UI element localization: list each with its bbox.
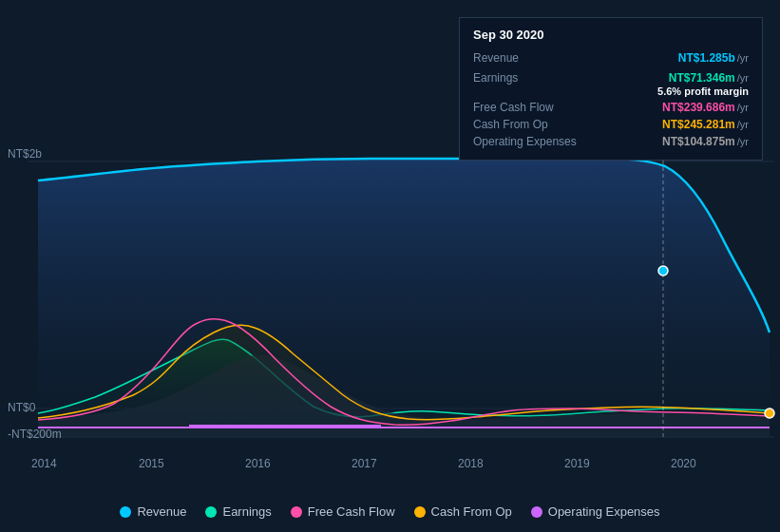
tooltip-opex-value: NT$104.875m/yr [662, 135, 749, 148]
legend: Revenue Earnings Free Cash Flow Cash Fro… [0, 504, 780, 519]
tooltip-profit-margin: 5.6% profit margin [657, 86, 749, 97]
x-label-2015: 2015 [139, 457, 164, 470]
y-label-top: NT$2b [8, 147, 42, 161]
tooltip-fcf-label: Free Cash Flow [473, 101, 554, 114]
legend-dot-revenue [120, 506, 131, 518]
tooltip-revenue-row: Revenue NT$1.285b/yr [473, 49, 749, 66]
legend-dot-opex [531, 506, 542, 518]
tooltip-opex-label: Operating Expenses [473, 135, 577, 148]
x-label-2017: 2017 [352, 457, 377, 470]
tooltip-fcf-row: Free Cash Flow NT$239.686m/yr [473, 99, 749, 116]
tooltip-revenue-label: Revenue [473, 51, 519, 65]
x-label-2019: 2019 [564, 457, 590, 470]
tooltip-date: Sep 30 2020 [473, 28, 749, 42]
svg-point-6 [658, 266, 668, 276]
tooltip-revenue-value: NT$1.285b/yr [678, 51, 749, 65]
x-label-2018: 2018 [458, 457, 484, 470]
legend-label-cashop: Cash From Op [431, 504, 512, 519]
legend-label-revenue: Revenue [137, 504, 186, 519]
tooltip-cashop-value: NT$245.281m/yr [662, 118, 749, 131]
legend-dot-cashop [414, 506, 426, 518]
legend-dot-fcf [291, 506, 302, 518]
tooltip-earnings-label: Earnings [473, 71, 518, 85]
y-label-mid: NT$0 [8, 401, 35, 414]
legend-label-opex: Operating Expenses [548, 504, 660, 519]
tooltip-earnings-row: Earnings NT$71.346m/yr 5.6% profit margi… [473, 66, 749, 99]
legend-item-opex[interactable]: Operating Expenses [531, 504, 660, 519]
x-label-2020: 2020 [671, 457, 696, 470]
tooltip-cashop-row: Cash From Op NT$245.281m/yr [473, 116, 749, 133]
legend-item-revenue[interactable]: Revenue [120, 504, 186, 519]
tooltip-cashop-label: Cash From Op [473, 118, 548, 131]
x-label-2014: 2014 [31, 457, 57, 470]
y-label-bot: -NT$200m [8, 428, 62, 441]
legend-item-fcf[interactable]: Free Cash Flow [291, 504, 395, 519]
legend-item-earnings[interactable]: Earnings [205, 504, 271, 519]
tooltip-earnings-value: NT$71.346m/yr [669, 71, 749, 85]
tooltip-box: Sep 30 2020 Revenue NT$1.285b/yr Earning… [459, 17, 763, 161]
legend-item-cashop[interactable]: Cash From Op [414, 504, 512, 519]
x-label-2016: 2016 [245, 457, 271, 470]
svg-point-7 [765, 408, 774, 418]
chart-container: NT$2b NT$0 -NT$200m 2014 2015 2016 2017 … [0, 0, 780, 532]
tooltip-opex-row: Operating Expenses NT$104.875m/yr [473, 133, 749, 150]
legend-dot-earnings [205, 506, 217, 518]
legend-label-earnings: Earnings [222, 504, 271, 519]
tooltip-fcf-value: NT$239.686m/yr [662, 101, 749, 114]
legend-label-fcf: Free Cash Flow [308, 504, 395, 519]
